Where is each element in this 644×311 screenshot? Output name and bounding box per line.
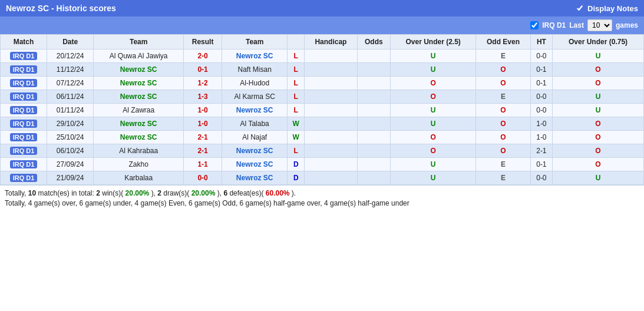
cell-odds — [357, 104, 390, 117]
cell-ou075: O — [553, 131, 644, 144]
ou075-value: U — [596, 92, 601, 101]
cell-ou25: O — [390, 90, 475, 104]
wdl-value: L — [294, 106, 298, 114]
cell-match: IRQ D1 — [1, 90, 47, 104]
ou075-value: O — [595, 160, 600, 168]
cell-ht: 2-1 — [530, 144, 552, 158]
summary-draws-close: ), — [217, 189, 224, 197]
games-select[interactable]: 5 10 15 20 All — [587, 19, 612, 31]
cell-odd-even: O — [476, 131, 530, 144]
team2-name: Newroz SC — [236, 147, 273, 155]
cell-wdl: L — [288, 144, 305, 158]
cell-wdl: W — [288, 117, 305, 131]
cell-team1: Newroz SC — [94, 63, 184, 77]
wdl-value: L — [294, 52, 298, 60]
summary-wins-label: win(s)( — [102, 189, 123, 197]
cell-odd-even: E — [476, 171, 530, 185]
table-row: IRQ D101/11/24Al Zawraa1-0Newroz SCLUO0-… — [1, 104, 644, 117]
cell-match: IRQ D1 — [1, 104, 47, 117]
table-row: IRQ D120/12/24Al Quwa Al Jawiya2-0Newroz… — [1, 49, 644, 63]
cell-result: 1-0 — [184, 104, 222, 117]
ou25-value: O — [431, 92, 436, 101]
team2-name: Newroz SC — [236, 52, 273, 60]
summary-line2: Totally, 4 game(s) over, 6 game(s) under… — [5, 199, 639, 207]
cell-team2: Al Talaba — [222, 117, 288, 131]
cell-ou25: O — [390, 144, 475, 158]
table-row: IRQ D111/12/24Newroz SC0-1Naft MisanLUO0… — [1, 63, 644, 77]
cell-team1: Karbalaa — [94, 171, 184, 185]
cell-team2: Newroz SC — [222, 144, 288, 158]
table-row: IRQ D121/09/24Karbalaa0-0Newroz SCDUE0-0… — [1, 171, 644, 185]
col-team1: Team — [94, 35, 184, 49]
odd-even-value: E — [501, 92, 506, 101]
team2-name: Al Karma SC — [235, 92, 275, 101]
cell-match: IRQ D1 — [1, 131, 47, 144]
cell-wdl: L — [288, 90, 305, 104]
match-badge: IRQ D1 — [10, 174, 38, 182]
ou25-value: U — [431, 120, 436, 128]
match-badge: IRQ D1 — [10, 92, 38, 101]
cell-wdl: L — [288, 63, 305, 77]
cell-team1: Al Quwa Al Jawiya — [94, 49, 184, 63]
col-date: Date — [47, 35, 94, 49]
games-label: games — [616, 21, 638, 29]
cell-team1: Al Zawraa — [94, 104, 184, 117]
cell-handicap — [305, 63, 357, 77]
cell-team2: Newroz SC — [222, 158, 288, 171]
cell-odds — [357, 158, 390, 171]
col-handicap: Handicap — [305, 35, 357, 49]
odd-even-value: E — [501, 174, 506, 182]
cell-odd-even: O — [476, 104, 530, 117]
cell-odd-even: E — [476, 49, 530, 63]
cell-odds — [357, 77, 390, 90]
col-ou25: Over Under (2.5) — [390, 35, 475, 49]
cell-match: IRQ D1 — [1, 63, 47, 77]
cell-ou25: U — [390, 49, 475, 63]
ou075-value: U — [596, 106, 601, 114]
match-badge: IRQ D1 — [10, 65, 38, 74]
cell-handicap — [305, 158, 357, 171]
col-odd-even: Odd Even — [476, 35, 530, 49]
cell-team2: Naft Misan — [222, 63, 288, 77]
team2-name: Al Najaf — [242, 133, 267, 141]
cell-ht: 0-1 — [530, 158, 552, 171]
summary-wins-pct: 20.00% — [126, 189, 150, 197]
cell-ou25: U — [390, 63, 475, 77]
odd-even-value: O — [500, 65, 506, 74]
ou25-value: U — [431, 65, 436, 74]
cell-team1: Newroz SC — [94, 117, 184, 131]
display-notes-label: Display Notes — [587, 4, 638, 13]
result-score: 1-0 — [197, 120, 207, 128]
odd-even-value: O — [500, 79, 506, 87]
display-notes-checkbox[interactable] — [576, 4, 584, 12]
cell-odd-even: O — [476, 77, 530, 90]
cell-handicap — [305, 171, 357, 185]
match-badge: IRQ D1 — [10, 147, 38, 155]
cell-ou075: U — [553, 104, 644, 117]
result-score: 1-2 — [197, 79, 207, 87]
cell-odd-even: O — [476, 63, 530, 77]
ou075-value: O — [595, 120, 600, 128]
cell-result: 1-1 — [184, 158, 222, 171]
cell-ou25: O — [390, 131, 475, 144]
summary-mid: match(es) in total: — [38, 189, 97, 197]
cell-ht: 0-0 — [530, 171, 552, 185]
cell-odd-even: E — [476, 90, 530, 104]
cell-ou25: U — [390, 171, 475, 185]
table-row: IRQ D106/10/24Al Kahrabaa2-1Newroz SCLOO… — [1, 144, 644, 158]
ou25-value: U — [431, 174, 436, 182]
filter-bar: IRQ D1 Last 5 10 15 20 All games — [0, 16, 644, 34]
wdl-value: W — [293, 120, 299, 128]
cell-result: 0-0 — [184, 171, 222, 185]
league-checkbox[interactable] — [530, 21, 539, 29]
wdl-value: W — [293, 133, 299, 141]
cell-team2: Al Najaf — [222, 131, 288, 144]
ou25-value: U — [431, 106, 436, 114]
summary-defeats-label: defeat(es)( — [229, 189, 263, 197]
cell-handicap — [305, 77, 357, 90]
cell-ou25: U — [390, 117, 475, 131]
cell-handicap — [305, 131, 357, 144]
table-row: IRQ D125/10/24Newroz SC2-1Al NajafWOO1-0… — [1, 131, 644, 144]
wdl-value: L — [294, 79, 298, 87]
team2-name: Al Talaba — [240, 120, 269, 128]
